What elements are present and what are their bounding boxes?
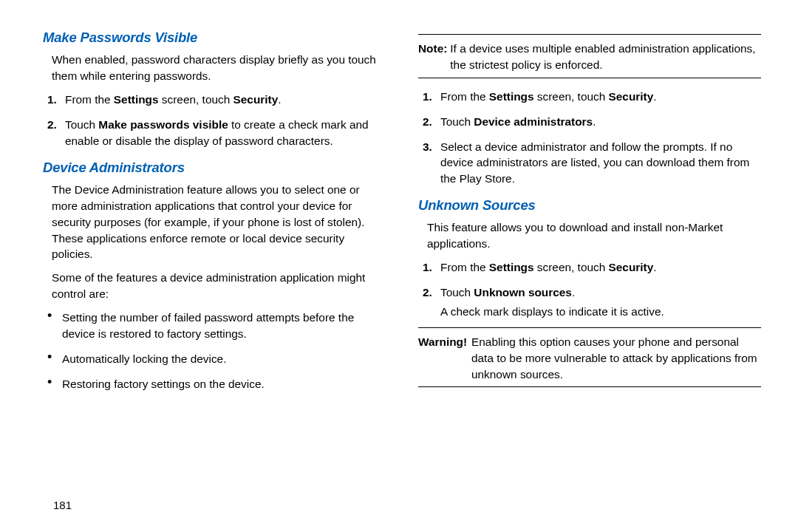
ordered-steps: 1. From the Settings screen, touch Secur… (43, 92, 386, 149)
right-column: Note: If a device uses multiple enabled … (418, 28, 761, 532)
step-number: 1. (423, 259, 432, 276)
divider (418, 327, 761, 328)
paragraph: Some of the features a device administra… (52, 270, 386, 302)
step-number: 2. (47, 117, 57, 133)
step-number: 2. (423, 114, 432, 130)
page-number: 181 (53, 497, 72, 513)
step-item: 2. Touch Device administrators. (439, 114, 761, 130)
note-label: Note: (418, 41, 447, 73)
step-item: 1. From the Settings screen, touch Secur… (64, 92, 386, 108)
step-text: From the Settings screen, touch Security… (440, 261, 657, 273)
step-item: 3. Select a device administrator and fol… (439, 139, 761, 188)
bullet-item: Automatically locking the device. (59, 351, 386, 367)
document-page: Make Passwords Visible When enabled, pas… (0, 0, 798, 532)
step-number: 2. (423, 284, 432, 301)
left-column: Make Passwords Visible When enabled, pas… (43, 28, 386, 532)
step-text: From the Settings screen, touch Security… (65, 93, 282, 106)
paragraph: This feature allows you to download and … (427, 219, 761, 252)
note-body: If a device uses multiple enabled admini… (450, 41, 761, 73)
note-block: Note: If a device uses multiple enabled … (418, 41, 761, 73)
ordered-steps: 1. From the Settings screen, touch Secur… (418, 89, 761, 187)
step-number: 1. (423, 89, 432, 105)
step-number: 3. (423, 139, 432, 155)
warning-block: Warning! Enabling this option causes you… (418, 334, 761, 383)
heading-device-administrators: Device Administrators (43, 158, 386, 177)
warning-label: Warning! (418, 334, 468, 383)
bullet-item: Restoring factory settings on the device… (59, 376, 386, 392)
warning-body: Enabling this option causes your phone a… (471, 334, 761, 383)
step-text: Touch Unknown sources. (440, 286, 575, 299)
step-text: Touch Make passwords visible to create a… (65, 118, 369, 147)
step-item: 1. From the Settings screen, touch Secur… (439, 259, 761, 276)
bullet-list: Setting the number of failed password at… (43, 310, 386, 392)
divider (418, 386, 761, 387)
step-item: 2. Touch Make passwords visible to creat… (64, 117, 386, 149)
step-item: 2. Touch Unknown sources. (439, 284, 761, 301)
divider (418, 78, 761, 78)
step-number: 1. (47, 92, 57, 108)
step-item: 1. From the Settings screen, touch Secur… (439, 89, 761, 105)
bullet-item: Setting the number of failed password at… (59, 310, 386, 342)
heading-unknown-sources: Unknown Sources (418, 196, 761, 215)
step-text: Select a device administrator and follow… (440, 140, 749, 185)
ordered-steps: 1. From the Settings screen, touch Secur… (418, 259, 761, 301)
heading-make-passwords-visible: Make Passwords Visible (43, 28, 386, 47)
divider (418, 34, 761, 35)
paragraph: The Device Administration feature allows… (52, 182, 386, 262)
step-text: Touch Device administrators. (440, 115, 596, 128)
paragraph: A check mark displays to indicate it is … (440, 304, 761, 320)
step-text: From the Settings screen, touch Security… (440, 90, 657, 103)
paragraph: When enabled, password characters displa… (52, 52, 386, 84)
